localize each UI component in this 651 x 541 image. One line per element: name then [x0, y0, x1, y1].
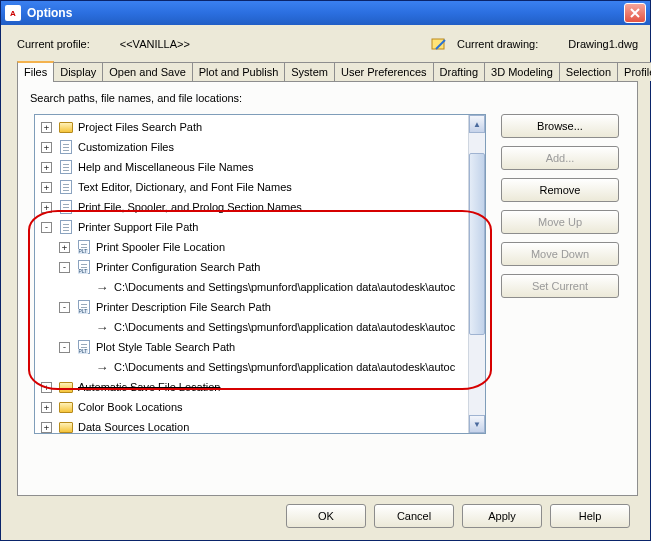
- current-profile-name: <<VANILLA>>: [120, 38, 190, 50]
- tree-node[interactable]: -Printer Description File Search Path: [55, 297, 466, 317]
- tree-node[interactable]: -Plot Style Table Search Path: [55, 337, 466, 357]
- folder-icon: [58, 419, 74, 433]
- move-down-button[interactable]: Move Down: [501, 242, 619, 266]
- plotter-file-icon: [76, 259, 92, 275]
- path-arrow-icon: →: [94, 359, 110, 375]
- tree-node[interactable]: +Print Spooler File Location: [55, 237, 466, 257]
- titlebar: A Options: [1, 1, 650, 25]
- tree-node-label: Automatic Save File Location: [78, 381, 220, 393]
- tree-node-label: Data Sources Location: [78, 421, 189, 433]
- autocad-app-icon: A: [5, 5, 21, 21]
- tree-node[interactable]: -Printer Support File Path: [37, 217, 466, 237]
- set-current-button[interactable]: Set Current: [501, 274, 619, 298]
- help-button[interactable]: Help: [550, 504, 630, 528]
- tree-node-label: C:\Documents and Settings\pmunford\appli…: [114, 281, 455, 293]
- tab-system[interactable]: System: [284, 62, 335, 81]
- expand-toggle[interactable]: +: [59, 242, 70, 253]
- browse-button[interactable]: Browse...: [501, 114, 619, 138]
- scroll-track[interactable]: [469, 133, 485, 415]
- panel-caption: Search paths, file names, and file locat…: [30, 92, 625, 104]
- current-drawing-label: Current drawing:: [457, 38, 538, 50]
- expand-toggle[interactable]: +: [41, 402, 52, 413]
- expand-toggle[interactable]: +: [41, 122, 52, 133]
- tree-node[interactable]: +Project Files Search Path: [37, 117, 466, 137]
- tree-node[interactable]: →C:\Documents and Settings\pmunford\appl…: [73, 277, 466, 297]
- tree-node[interactable]: +Data Sources Location: [37, 417, 466, 433]
- tree-node[interactable]: +Text Editor, Dictionary, and Font File …: [37, 177, 466, 197]
- folder-icon: [58, 119, 74, 135]
- tab-files[interactable]: Files: [17, 61, 54, 82]
- file-icon: [58, 179, 74, 195]
- tree-node[interactable]: +Customization Files: [37, 137, 466, 157]
- cancel-button[interactable]: Cancel: [374, 504, 454, 528]
- footer-buttons: OK Cancel Apply Help: [286, 504, 630, 528]
- apply-button[interactable]: Apply: [462, 504, 542, 528]
- tree-node-label: Printer Configuration Search Path: [96, 261, 260, 273]
- add-button[interactable]: Add...: [501, 146, 619, 170]
- tab-display[interactable]: Display: [53, 62, 103, 81]
- collapse-toggle[interactable]: -: [59, 342, 70, 353]
- file-icon: [58, 139, 74, 155]
- move-up-button[interactable]: Move Up: [501, 210, 619, 234]
- plotter-file-icon: [76, 339, 92, 355]
- tab-open-and-save[interactable]: Open and Save: [102, 62, 192, 81]
- current-profile-label: Current profile:: [17, 38, 90, 50]
- tree-node-label: Project Files Search Path: [78, 121, 202, 133]
- close-icon: [630, 8, 640, 18]
- tab-user-preferences[interactable]: User Preferences: [334, 62, 434, 81]
- tabs: Files Display Open and Save Plot and Pub…: [17, 61, 638, 81]
- expand-toggle[interactable]: +: [41, 162, 52, 173]
- tree-node[interactable]: +Help and Miscellaneous File Names: [37, 157, 466, 177]
- folder-icon: [58, 379, 74, 395]
- tree-node[interactable]: -Printer Configuration Search Path: [55, 257, 466, 277]
- collapse-toggle[interactable]: -: [59, 302, 70, 313]
- paths-tree[interactable]: +Project Files Search Path+Customization…: [34, 114, 486, 434]
- folder-icon: [58, 399, 74, 415]
- files-tab-panel: Search paths, file names, and file locat…: [17, 81, 638, 496]
- tree-node-label: Help and Miscellaneous File Names: [78, 161, 253, 173]
- expand-toggle[interactable]: +: [41, 382, 52, 393]
- tree-node-label: C:\Documents and Settings\pmunford\appli…: [114, 321, 455, 333]
- tree-node-label: Printer Support File Path: [78, 221, 198, 233]
- tree-node[interactable]: →C:\Documents and Settings\pmunford\appl…: [73, 357, 466, 377]
- tree-node-label: Printer Description File Search Path: [96, 301, 271, 313]
- tree-scrollbar[interactable]: ▲ ▼: [468, 115, 485, 433]
- tab-plot-and-publish[interactable]: Plot and Publish: [192, 62, 286, 81]
- tree-node-label: Customization Files: [78, 141, 174, 153]
- scroll-thumb[interactable]: [469, 153, 485, 335]
- tab-3d-modeling[interactable]: 3D Modeling: [484, 62, 560, 81]
- expand-toggle[interactable]: +: [41, 182, 52, 193]
- window-title: Options: [27, 6, 624, 20]
- ok-button[interactable]: OK: [286, 504, 366, 528]
- collapse-toggle[interactable]: -: [59, 262, 70, 273]
- remove-button[interactable]: Remove: [501, 178, 619, 202]
- scroll-down-button[interactable]: ▼: [469, 415, 485, 433]
- expand-toggle[interactable]: +: [41, 202, 52, 213]
- tree-node[interactable]: +Color Book Locations: [37, 397, 466, 417]
- tree-node[interactable]: +Print File, Spooler, and Prolog Section…: [37, 197, 466, 217]
- tab-drafting[interactable]: Drafting: [433, 62, 486, 81]
- plotter-file-icon: [76, 299, 92, 315]
- tree-node-label: Print Spooler File Location: [96, 241, 225, 253]
- profile-row: Current profile: <<VANILLA>> Current dra…: [17, 33, 638, 55]
- tab-profiles[interactable]: Profiles: [617, 62, 651, 81]
- expand-toggle[interactable]: +: [41, 422, 52, 433]
- drawing-icon: [431, 36, 447, 52]
- action-buttons: Browse... Add... Remove Move Up Move Dow…: [501, 114, 619, 298]
- tree-node[interactable]: +Automatic Save File Location: [37, 377, 466, 397]
- tab-selection[interactable]: Selection: [559, 62, 618, 81]
- file-icon: [58, 199, 74, 215]
- collapse-toggle[interactable]: -: [41, 222, 52, 233]
- current-drawing-name: Drawing1.dwg: [568, 38, 638, 50]
- path-arrow-icon: →: [94, 319, 110, 335]
- scroll-up-button[interactable]: ▲: [469, 115, 485, 133]
- options-dialog: A Options Current profile: <<VANILLA>> C…: [0, 0, 651, 541]
- plotter-file-icon: [76, 239, 92, 255]
- tree-node[interactable]: →C:\Documents and Settings\pmunford\appl…: [73, 317, 466, 337]
- file-icon: [58, 159, 74, 175]
- path-arrow-icon: →: [94, 279, 110, 295]
- expand-toggle[interactable]: +: [41, 142, 52, 153]
- close-button[interactable]: [624, 3, 646, 23]
- tree-node-label: Color Book Locations: [78, 401, 183, 413]
- tree-node-label: Print File, Spooler, and Prolog Section …: [78, 201, 302, 213]
